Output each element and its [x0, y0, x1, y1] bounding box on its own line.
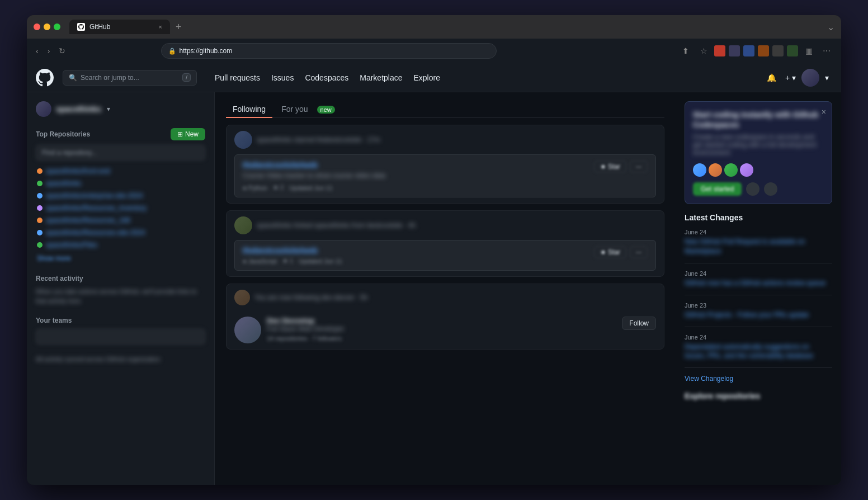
nav-issues[interactable]: Issues: [267, 71, 298, 84]
recent-activity-title: Recent activity: [36, 275, 205, 282]
create-button[interactable]: + ▾: [782, 71, 799, 84]
repo-item-3[interactable]: spacethinks/Resources_Inventory: [36, 202, 205, 214]
extension-1-icon[interactable]: [714, 45, 725, 56]
change-link-1[interactable]: GitHub now has a GitHub actions review q…: [685, 279, 832, 288]
view-changelog-link[interactable]: View Changelog: [685, 375, 832, 383]
feed-item-1: spacethinks forked spacethinks from best…: [226, 210, 664, 277]
codespace-avatar-3: [724, 163, 738, 177]
repo-search-input[interactable]: Find a repository...: [36, 145, 205, 161]
feed-repo-meta-1: ● JavaScript ★ 1 Updated Jun 11: [243, 257, 342, 265]
recent-activity-section: Recent activity When you take actions ac…: [36, 275, 205, 305]
change-date-2: June 23: [685, 302, 832, 309]
extension-5-icon[interactable]: [772, 45, 784, 56]
lock-icon: 🔒: [168, 48, 176, 55]
feed-item-1-header: spacethinks forked spacethinks from best…: [227, 211, 664, 240]
share-button[interactable]: ⬆: [678, 43, 694, 59]
url-bar[interactable]: 🔒 https://github.com: [161, 43, 497, 59]
feed-item-2-header: You are now following dev-devver · 5h: [227, 284, 664, 311]
sidebar-footer: All activity synced across GitHub organi…: [36, 356, 205, 362]
feed-repo-meta-0: ● Python ★ 2 Updated Jun 11: [243, 184, 385, 191]
close-window-button[interactable]: [34, 23, 40, 30]
bookmark-button[interactable]: ☆: [696, 43, 711, 59]
search-keyboard-shortcut: /: [182, 73, 191, 82]
feed-more-button-1[interactable]: ···: [630, 246, 648, 258]
feed: Following For you new spacethinks starre…: [215, 92, 676, 485]
user-menu-chevron[interactable]: ▾: [822, 71, 832, 84]
sidebar-username: spacethinks: [56, 105, 101, 114]
forward-button[interactable]: ›: [45, 44, 53, 58]
change-link-0[interactable]: New GitHub Pull Request is available on …: [685, 237, 832, 256]
repo-item-5[interactable]: spacethinks/Resources-site-2024: [36, 227, 205, 239]
team-search-input[interactable]: [36, 329, 205, 345]
tab-close-button[interactable]: ×: [159, 23, 162, 30]
feed-more-button-0[interactable]: ···: [630, 161, 648, 173]
repo-item-4[interactable]: spacethinks/Resources_168: [36, 214, 205, 227]
nav-explore[interactable]: Explore: [409, 71, 445, 84]
extension-2-icon[interactable]: [729, 45, 740, 56]
minimize-window-button[interactable]: [44, 23, 50, 30]
search-icon: 🔍: [69, 74, 77, 82]
feed-tab-foryou[interactable]: For you: [275, 101, 314, 118]
active-tab[interactable]: GitHub ×: [69, 20, 170, 34]
top-repos-header: Top Repositories ⊞ New: [36, 128, 205, 140]
repo-dot-6: [37, 242, 43, 248]
your-teams-section: Your teams: [36, 317, 205, 345]
repo-dot-3: [37, 205, 43, 211]
more-button[interactable]: ⋯: [819, 43, 834, 59]
feed-star-button-1[interactable]: ★ Star: [594, 246, 626, 258]
extension-6-icon[interactable]: [787, 45, 798, 56]
new-tab-button[interactable]: +: [172, 20, 185, 34]
change-item-0: June 24 New GitHub Pull Request is avail…: [685, 229, 832, 263]
repo-item-6[interactable]: spacethinks/Files: [36, 239, 205, 251]
tab-label: GitHub: [89, 23, 110, 31]
maximize-window-button[interactable]: [54, 23, 60, 30]
feed-repo-name-1[interactable]: thebestcoolsite/web: [243, 246, 342, 255]
global-search-bar[interactable]: 🔍 Search or jump to... /: [63, 70, 197, 86]
change-link-3[interactable]: Dependabot automatically suggestions on …: [685, 342, 832, 361]
sidebar-user[interactable]: spacethinks ▾: [36, 101, 205, 117]
notifications-button[interactable]: 🔔: [763, 71, 780, 84]
new-repo-icon: ⊞: [177, 130, 183, 138]
sidebar-username-chevron: ▾: [107, 105, 110, 113]
codespaces-avatar-btn-1[interactable]: [746, 182, 760, 196]
your-teams-title: Your teams: [36, 317, 205, 324]
codespaces-avatar-btn-2[interactable]: [764, 182, 777, 196]
extension-4-icon[interactable]: [758, 45, 769, 56]
new-repo-button[interactable]: ⊞ New: [171, 128, 205, 140]
explore-repos-title: Explore repositories: [685, 391, 832, 400]
main-layout: spacethinks ▾ Top Repositories ⊞ New Fin…: [27, 92, 841, 485]
repo-item-1[interactable]: spacethinks: [36, 177, 205, 190]
change-date-3: June 24: [685, 334, 832, 341]
nav-marketplace[interactable]: Marketplace: [355, 71, 407, 84]
feed-action-text-1: spacethinks forked spacethinks from best…: [257, 221, 656, 229]
tab-favicon: [77, 23, 85, 31]
extension-3-icon[interactable]: [743, 45, 754, 56]
back-button[interactable]: ‹: [34, 44, 41, 58]
nav-pull-requests[interactable]: Pull requests: [210, 71, 265, 84]
codespaces-get-started-button[interactable]: Get started: [693, 182, 742, 196]
sidebar-button[interactable]: ▥: [801, 43, 817, 59]
repo-item-0[interactable]: spacethinks/front-end: [36, 165, 205, 177]
follow-button-0[interactable]: Follow: [622, 317, 656, 330]
feed-tab-following[interactable]: Following: [226, 101, 272, 118]
refresh-button[interactable]: ↻: [56, 44, 68, 58]
feed-repo-actions-1: ★ Star ···: [594, 246, 648, 258]
nav-codespaces[interactable]: Codespaces: [300, 71, 353, 84]
show-more-repos[interactable]: Show more: [36, 253, 205, 263]
repo-item-2[interactable]: spacethinks/enterprise-site-2024: [36, 190, 205, 202]
window-menu-button[interactable]: ⌄: [827, 22, 834, 32]
feed-star-button-0[interactable]: ★ Star: [594, 161, 626, 173]
repo-name-5: spacethinks/Resources-site-2024: [46, 229, 145, 237]
repo-dot-0: [37, 168, 43, 174]
feed-item-1-body: thebestcoolsite/web ● JavaScript ★ 1 Upd…: [234, 240, 656, 271]
change-date-0: June 24: [685, 229, 832, 235]
change-link-2[interactable]: GitHub Projects - Follow your PRs update: [685, 310, 832, 320]
github-logo[interactable]: [36, 69, 54, 87]
feed-repo-name-0[interactable]: thebestcoolsite/web: [243, 161, 385, 169]
user-avatar-button[interactable]: [801, 69, 819, 87]
feed-avatar-0: [234, 131, 252, 149]
follow-avatar-0: [234, 317, 261, 343]
right-panel: × Start coding instantly with Github Cod…: [676, 92, 841, 485]
github-nav: 🔍 Search or jump to... / Pull requests I…: [27, 63, 841, 92]
nav-actions: 🔔 + ▾ ▾: [763, 69, 832, 87]
